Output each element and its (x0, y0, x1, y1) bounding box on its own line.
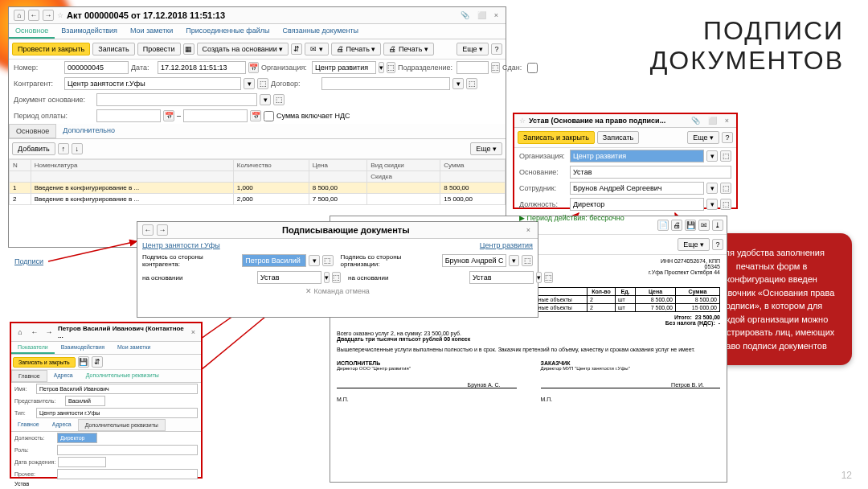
up-icon[interactable]: ↑ (58, 143, 69, 154)
tab-linked[interactable]: Связанные документы (276, 24, 366, 39)
tab-main[interactable]: Основное (9, 24, 55, 39)
print-button[interactable]: 🖨 Печать ▾ (331, 43, 382, 55)
close-icon[interactable]: × (492, 11, 501, 19)
sel6-icon[interactable]: ▾ (309, 255, 320, 266)
sel2-icon[interactable]: ⬚ (491, 62, 500, 73)
ptab1[interactable]: Показатели (11, 342, 55, 354)
open3-icon[interactable]: ⬚ (466, 78, 477, 89)
ustav-pos-input[interactable] (570, 198, 704, 211)
sign-right-input[interactable] (442, 254, 506, 267)
open8-icon[interactable]: ⬚ (544, 272, 553, 283)
sign-left-input[interactable] (242, 254, 306, 267)
s11[interactable]: ▾ (706, 183, 718, 194)
dk-icon[interactable]: ▦ (183, 43, 194, 55)
s10[interactable]: ▾ (706, 150, 718, 162)
tab-notes[interactable]: Мои заметки (124, 24, 179, 39)
petrov-own[interactable] (65, 396, 105, 406)
date-input[interactable] (158, 61, 246, 74)
o11[interactable]: ⬚ (720, 183, 731, 194)
sel4-icon[interactable]: ▾ (452, 78, 464, 89)
petrov-birth[interactable] (58, 457, 106, 467)
ustav-save[interactable]: Записать (597, 131, 639, 144)
fwd-icon[interactable]: → (43, 10, 54, 21)
ustav-period[interactable]: ▶ Период действия: бессрочно (519, 214, 624, 222)
cal-icon[interactable]: 📅 (248, 62, 259, 73)
pt3a[interactable]: Главное (11, 419, 46, 431)
more2-button[interactable]: Еще ▾ (470, 142, 502, 155)
contr-input[interactable] (64, 77, 241, 90)
vat-checkbox[interactable] (264, 111, 274, 121)
sel7-icon[interactable]: ▾ (509, 255, 520, 266)
ptab3[interactable]: Мои заметки (111, 342, 157, 354)
right-org-link[interactable]: Центр развития (480, 241, 533, 249)
basis-left-input[interactable] (257, 271, 321, 284)
number-input[interactable] (64, 61, 129, 74)
p-save-icon[interactable]: 💾 (78, 356, 89, 368)
org-input[interactable] (312, 61, 376, 74)
pt3b[interactable]: Адреса (46, 419, 78, 431)
open7-icon[interactable]: ⬚ (332, 272, 341, 283)
sel-icon[interactable]: ▾ (379, 62, 384, 73)
open-icon[interactable]: ⬚ (387, 62, 395, 73)
sdan-checkbox[interactable] (527, 63, 538, 73)
petrov-contr[interactable] (36, 408, 198, 418)
petrov-name[interactable] (36, 384, 198, 394)
signatures-link[interactable]: Подписи (14, 257, 43, 265)
save-button[interactable]: Записать (92, 43, 134, 55)
home2-icon[interactable]: ⌂ (14, 327, 26, 338)
sel5-icon[interactable]: ▾ (260, 94, 271, 105)
fwd2-icon[interactable]: → (157, 224, 168, 236)
more-button[interactable]: Еще ▾ (457, 43, 489, 55)
p-tree-icon[interactable]: ⇵ (92, 356, 103, 368)
post-close-button[interactable]: Провести и закрыть (12, 43, 90, 55)
fwd3-icon[interactable]: → (43, 327, 55, 338)
close4-icon[interactable]: × (189, 328, 198, 336)
ustav-osn-input[interactable] (570, 166, 731, 179)
tab2-main[interactable]: Основное (9, 124, 56, 138)
petrov-other[interactable] (57, 469, 198, 479)
open2-icon[interactable]: ⬚ (257, 78, 268, 89)
docosn-input[interactable] (96, 93, 257, 106)
petrov-role[interactable] (57, 445, 198, 455)
open4-icon[interactable]: ⬚ (273, 94, 285, 105)
open6-icon[interactable]: ⬚ (522, 255, 533, 266)
cal3-icon[interactable]: 📅 (250, 110, 261, 121)
attach-icon[interactable]: 📎 (458, 11, 472, 19)
petrov-pos[interactable] (57, 433, 97, 443)
back-icon[interactable]: ← (28, 10, 39, 21)
help3-icon[interactable]: ? (712, 239, 723, 250)
o12[interactable]: ⬚ (720, 199, 731, 210)
dog-input[interactable] (321, 77, 450, 90)
period-end[interactable] (183, 109, 248, 122)
tree-icon[interactable]: ⇵ (291, 43, 302, 55)
ptab2[interactable]: Взаимодействия (55, 342, 111, 354)
help2-icon[interactable]: ? (722, 132, 733, 143)
max2-icon[interactable]: ⬜ (706, 117, 719, 125)
help-icon[interactable]: ? (491, 43, 502, 55)
close3-icon[interactable]: × (723, 117, 731, 125)
attach2-icon[interactable]: 📎 (689, 117, 702, 125)
basis-right-input[interactable] (469, 271, 534, 284)
add-button[interactable]: Добавить (12, 142, 55, 155)
s12[interactable]: ▾ (706, 199, 718, 210)
tab-files[interactable]: Присоединенные файлы (179, 24, 276, 39)
o10[interactable]: ⬚ (720, 150, 731, 162)
back2-icon[interactable]: ← (142, 224, 154, 236)
pt2a[interactable]: Главное (11, 370, 47, 382)
post-button[interactable]: Провести (137, 43, 181, 55)
ustav-empl-input[interactable] (570, 182, 704, 195)
tab2-extra[interactable]: Дополнительно (56, 124, 121, 138)
print2-button[interactable]: 🖨 Печать ▾ (383, 43, 434, 55)
create-based-button[interactable]: Создать на основании ▾ (197, 43, 289, 55)
pv-more[interactable]: Еще ▾ (678, 238, 710, 251)
star2-icon[interactable]: ☆ (519, 117, 526, 125)
down-icon[interactable]: ↓ (72, 143, 83, 154)
close2-icon[interactable]: × (524, 226, 533, 234)
podr-input[interactable] (457, 61, 489, 74)
ustav-save-close[interactable]: Записать и закрыть (518, 131, 595, 144)
pt3c[interactable]: Дополнительные реквизиты (78, 419, 166, 431)
email-button[interactable]: ✉ ▾ (305, 43, 329, 55)
cancel-command[interactable]: Команда отмена (314, 287, 370, 295)
open5-icon[interactable]: ⬚ (322, 255, 334, 266)
ustav-org-input[interactable] (570, 150, 704, 162)
